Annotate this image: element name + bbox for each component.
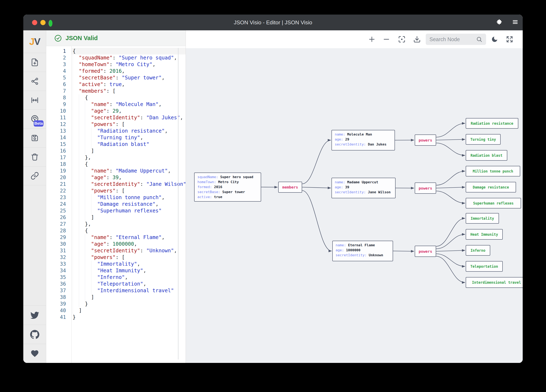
editor-line[interactable]: 12 "powers": [ [46, 121, 186, 128]
focus-center-button[interactable] [397, 35, 406, 44]
editor-line[interactable]: 25 "Superhuman reflexes" [46, 208, 186, 214]
editor-line[interactable]: 23 "Million tonne punch", [46, 194, 186, 201]
editor-line[interactable]: 29 "name": "Eternal Flame", [46, 234, 186, 241]
editor-line[interactable]: 13 "Radiation resistance", [46, 128, 186, 134]
editor-line[interactable]: 21 "secretIdentity": "Jane Wilson", [46, 181, 186, 188]
editor-scrollbar[interactable] [178, 48, 179, 360]
new-document-icon [31, 58, 39, 67]
editor-line[interactable]: 18 { [46, 161, 186, 168]
editor-line[interactable]: 40 ] [46, 307, 186, 314]
editor-line[interactable]: 35 "Inferno", [46, 274, 186, 281]
line-number: 36 [46, 281, 71, 287]
download-button[interactable] [412, 35, 422, 44]
graph-node-p1[interactable]: powers [415, 134, 436, 146]
editor-line[interactable]: 26 ] [46, 214, 186, 221]
graph-node-l2a[interactable]: Million tonne punch [466, 166, 520, 177]
screen: JSON Visio - Editor | JSON Visio JV [0, 0, 546, 392]
editor-line[interactable]: 34 "Heat Immunity", [46, 267, 186, 274]
graph-node-l3c[interactable]: Inferno [466, 245, 490, 256]
editor-line[interactable]: 11 "secretIdentity": "Dan Jukes", [46, 114, 186, 121]
editor-line[interactable]: 8 { [46, 94, 186, 101]
graph-toolbar [186, 30, 523, 48]
graph-node-l3a[interactable]: Immortality [466, 213, 499, 224]
editor-line[interactable]: 14 "Turning tiny", [46, 134, 186, 141]
graph-node-members[interactable]: members [278, 182, 302, 193]
export-graph-button[interactable] [23, 72, 46, 91]
json-valid-status: JSON Valid [65, 35, 98, 42]
graph-node-root[interactable]: squadName: Super hero squadhomeTown: Met… [194, 172, 261, 202]
editor-line[interactable]: 24 "Damage resistance", [46, 201, 186, 208]
line-number: 28 [46, 228, 71, 234]
twitter-button[interactable] [23, 305, 46, 325]
editor-code[interactable]: 1{2 "squadName": "Super hero squad",3 "h… [46, 46, 186, 363]
editor-line[interactable]: 33 "Immortality", [46, 261, 186, 267]
editor-line[interactable]: 3 "homeTown": "Metro City", [46, 61, 186, 68]
graph-node-l3b[interactable]: Heat Immunity [466, 229, 503, 240]
save-icon [31, 134, 39, 142]
dark-mode-button[interactable] [490, 35, 499, 44]
editor-line[interactable]: 39 } [46, 301, 186, 307]
editor-line[interactable]: 17 }, [46, 154, 186, 161]
line-number: 32 [46, 254, 71, 261]
sponsor-button[interactable] [23, 344, 46, 363]
editor-line[interactable]: 28 { [46, 228, 186, 234]
graph-node-p2[interactable]: powers [415, 183, 436, 194]
editor-line[interactable]: 2 "squadName": "Super hero squad", [46, 54, 186, 61]
github-button[interactable] [23, 325, 46, 344]
graph-node-l2b[interactable]: Damage resistance [466, 182, 516, 192]
editor-line[interactable]: 36 "Teleportation", [46, 281, 186, 287]
editor-line[interactable]: 38 ] [46, 294, 186, 301]
editor-line[interactable]: 19 "name": "Madame Uppercut", [46, 168, 186, 174]
search-node-input[interactable] [429, 36, 474, 42]
graph-node-m3[interactable]: name: Eternal Flameage: 1000000secretIde… [332, 241, 393, 261]
editor-line[interactable]: 1{ [46, 48, 186, 54]
graph-node-l3d[interactable]: Teleportation [466, 261, 503, 272]
search-icon[interactable] [476, 36, 482, 42]
graph-node-m2[interactable]: name: Madame Uppercutage: 39secretIdenti… [332, 178, 396, 198]
fit-width-button[interactable] [23, 91, 46, 110]
graph-node-m1[interactable]: name: Molecule Manage: 29secretIdentity:… [332, 130, 395, 151]
graph-edge [436, 218, 465, 247]
graph-node-p3[interactable]: powers [415, 246, 436, 257]
share-link-button[interactable] [23, 166, 46, 185]
graph-node-l3e[interactable]: Interdimensional travel [466, 277, 523, 288]
editor-line[interactable]: 4 "formed": 2016, [46, 68, 186, 74]
editor-line[interactable]: 31 "secretIdentity": "Unknown", [46, 247, 186, 254]
sidebar: JV [23, 30, 46, 363]
editor-line[interactable]: 7 "members": [ [46, 88, 186, 94]
line-number: 11 [46, 114, 71, 121]
editor-line[interactable]: 27 }, [46, 221, 186, 228]
new-document-button[interactable] [23, 53, 46, 72]
menu-icon[interactable] [512, 19, 518, 26]
editor-line[interactable]: 37 "Interdimensional travel" [46, 287, 186, 294]
editor-line[interactable]: 10 "age": 29, [46, 108, 186, 114]
graph-node-l1a[interactable]: Radiation resistance [466, 118, 518, 129]
editor-line[interactable]: 32 "powers": [ [46, 254, 186, 261]
editor-line[interactable]: 41} [46, 314, 186, 321]
extension-icon[interactable] [496, 19, 502, 26]
editor-line[interactable]: 30 "age": 1000000, [46, 241, 186, 247]
graph-node-l1b[interactable]: Turning tiny [466, 134, 501, 145]
editor-line[interactable]: 9 "name": "Molecule Man", [46, 101, 186, 108]
zoom-out-button[interactable] [382, 35, 391, 44]
trash-icon [31, 153, 39, 161]
line-number: 16 [46, 148, 71, 154]
editor-line[interactable]: 16 ] [46, 148, 186, 154]
moon-icon [491, 36, 498, 43]
delete-button[interactable] [23, 148, 46, 166]
save-button[interactable] [23, 129, 46, 148]
line-number: 7 [46, 88, 71, 94]
app-logo[interactable]: JV [23, 30, 46, 53]
graph-node-l2c[interactable]: Superhuman reflexes [466, 198, 521, 209]
editor-line[interactable]: 15 "Radiation blast" [46, 141, 186, 148]
line-number: 5 [46, 74, 71, 81]
graph-node-l1c[interactable]: Radiation blast [466, 150, 507, 161]
editor-line[interactable]: 5 "secretBase": "Super tower", [46, 74, 186, 81]
editor-line[interactable]: 20 "age": 39, [46, 174, 186, 181]
graph-canvas[interactable]: squadName: Super hero squadhomeTown: Met… [186, 30, 523, 363]
editor-line[interactable]: 6 "active": true, [46, 81, 186, 88]
fullscreen-button[interactable] [505, 35, 514, 44]
zoom-in-button[interactable] [367, 35, 377, 44]
graph-edge [302, 191, 332, 251]
editor-line[interactable]: 22 "powers": [ [46, 188, 186, 194]
